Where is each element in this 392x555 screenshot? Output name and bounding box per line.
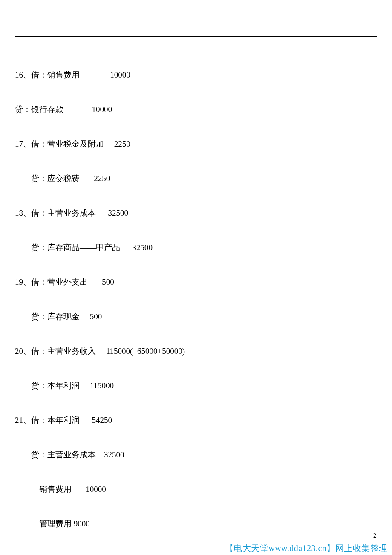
line-18-debit: 18、借：主营业务成本 32500 xyxy=(15,207,377,219)
line-21-credit-1: 贷：主营业务成本 32500 xyxy=(15,449,377,460)
line-16-debit: 16、借：销售费用 10000 xyxy=(15,69,377,81)
line-21-debit: 21、借：本年利润 54250 xyxy=(15,414,377,426)
horizontal-rule xyxy=(15,36,377,37)
document-content: 16、借：销售费用 10000 贷：银行存款 10000 17、借：营业税金及附… xyxy=(15,46,377,555)
line-18-credit: 贷：库存商品——甲产品 32500 xyxy=(15,242,377,253)
line-19-credit: 贷：库存现金 500 xyxy=(15,311,377,322)
page-number: 2 xyxy=(373,532,376,539)
footer-attribution: 【电大天堂www.dda123.cn】网上收集整理 xyxy=(225,543,388,554)
line-20-debit: 20、借：主营业务收入 115000(=65000+50000) xyxy=(15,345,377,357)
page-container: 16、借：销售费用 10000 贷：银行存款 10000 17、借：营业税金及附… xyxy=(0,0,392,555)
line-16-credit: 贷：银行存款 10000 xyxy=(15,104,377,115)
line-20-credit: 贷：本年利润 115000 xyxy=(15,380,377,391)
line-17-credit: 贷：应交税费 2250 xyxy=(15,173,377,184)
line-19-debit: 19、借：营业外支出 500 xyxy=(15,276,377,288)
line-17-debit: 17、借：营业税金及附加 2250 xyxy=(15,138,377,150)
line-21-credit-2: 销售费用 10000 xyxy=(15,483,377,495)
line-21-credit-3: 管理费用 9000 xyxy=(15,518,377,529)
